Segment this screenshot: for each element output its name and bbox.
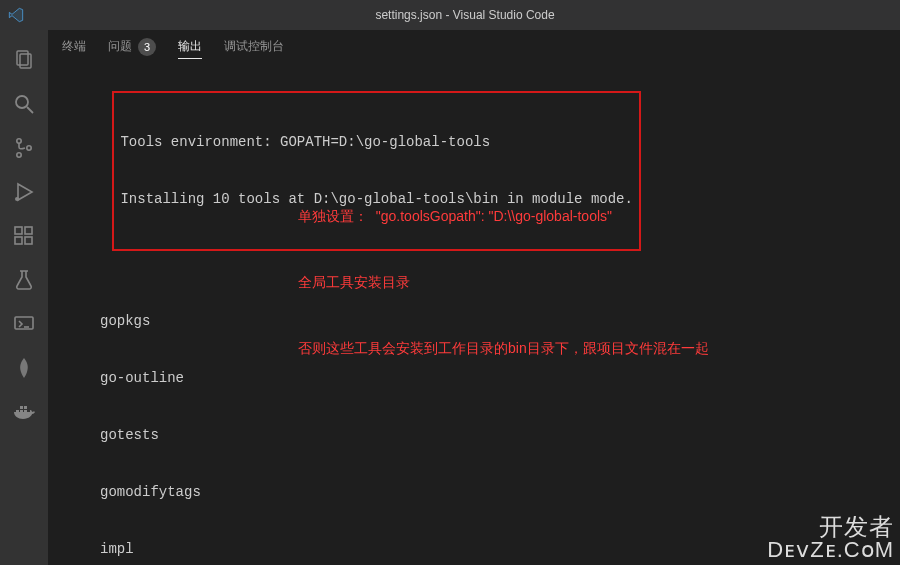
annotation-overlay: 单独设置： "go.toolsGopath": "D:\\go-global-t… bbox=[298, 161, 709, 403]
svg-rect-1 bbox=[20, 54, 31, 68]
main-area: 终端 问题 3 输出 调试控制台 Tools environment: GOPA… bbox=[0, 30, 900, 565]
svg-rect-9 bbox=[15, 227, 22, 234]
svg-rect-18 bbox=[20, 406, 23, 409]
run-debug-icon[interactable] bbox=[0, 170, 48, 214]
mongodb-icon[interactable] bbox=[0, 346, 48, 390]
vscode-icon bbox=[8, 7, 24, 23]
watermark-line2: DᴇᴠZᴇ.CᴏM bbox=[767, 539, 894, 561]
docker-icon[interactable] bbox=[0, 390, 48, 434]
svg-point-5 bbox=[17, 153, 21, 157]
annot-line: 单独设置： "go.toolsGopath": "D:\\go-global-t… bbox=[298, 205, 709, 227]
annot-line: 全局工具安装目录 bbox=[298, 271, 709, 293]
svg-rect-11 bbox=[25, 237, 32, 244]
svg-rect-12 bbox=[25, 227, 32, 234]
source-control-icon[interactable] bbox=[0, 126, 48, 170]
search-icon[interactable] bbox=[0, 82, 48, 126]
tab-label: 输出 bbox=[178, 38, 202, 55]
svg-point-4 bbox=[17, 139, 21, 143]
problems-badge: 3 bbox=[138, 38, 156, 56]
explorer-icon[interactable] bbox=[0, 38, 48, 82]
svg-line-3 bbox=[27, 107, 33, 113]
tab-debug-console[interactable]: 调试控制台 bbox=[224, 38, 284, 55]
annot-line: 否则这些工具会安装到工作目录的bin目录下，跟项目文件混在一起 bbox=[298, 337, 709, 359]
svg-rect-19 bbox=[24, 406, 27, 409]
titlebar: settings.json - Visual Studio Code bbox=[0, 0, 900, 30]
output-body: Tools environment: GOPATH=D:\go-global-t… bbox=[48, 64, 900, 565]
extensions-icon[interactable] bbox=[0, 214, 48, 258]
activity-bar bbox=[0, 30, 48, 565]
tool-item: gotests bbox=[100, 426, 900, 445]
svg-point-8 bbox=[15, 197, 19, 201]
tab-label: 调试控制台 bbox=[224, 38, 284, 55]
tab-label: 问题 bbox=[108, 38, 132, 55]
testing-icon[interactable] bbox=[0, 258, 48, 302]
svg-marker-7 bbox=[18, 184, 32, 200]
panel-area: 终端 问题 3 输出 调试控制台 Tools environment: GOPA… bbox=[48, 30, 900, 565]
remote-icon[interactable] bbox=[0, 302, 48, 346]
tab-terminal[interactable]: 终端 bbox=[62, 38, 86, 55]
svg-point-6 bbox=[27, 146, 31, 150]
tool-item: gomodifytags bbox=[100, 483, 900, 502]
tab-output[interactable]: 输出 bbox=[178, 38, 202, 59]
watermark-line1: 开发者 bbox=[767, 515, 894, 539]
watermark: 开发者 DᴇᴠZᴇ.CᴏM bbox=[767, 515, 894, 561]
window-title: settings.json - Visual Studio Code bbox=[38, 8, 892, 22]
env-line: Tools environment: GOPATH=D:\go-global-t… bbox=[120, 133, 632, 152]
panel-tabs: 终端 问题 3 输出 调试控制台 bbox=[48, 30, 900, 64]
svg-rect-10 bbox=[15, 237, 22, 244]
svg-rect-0 bbox=[17, 51, 28, 65]
svg-point-2 bbox=[16, 96, 28, 108]
tab-problems[interactable]: 问题 3 bbox=[108, 38, 156, 56]
tab-label: 终端 bbox=[62, 38, 86, 55]
